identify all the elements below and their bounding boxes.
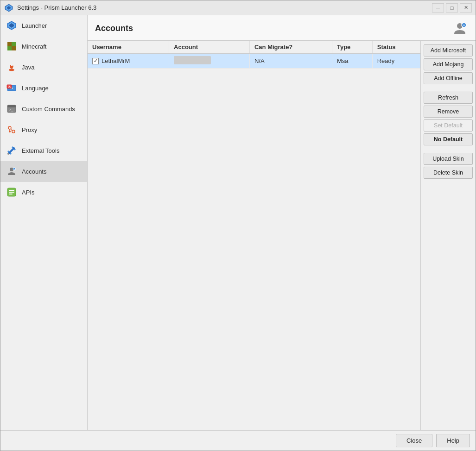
table-row[interactable]: ✓ LethalMrM N/A Msa Ready xyxy=(88,54,420,69)
svg-text:+: + xyxy=(14,168,15,171)
table-actions-area: Username Account Can Migrate? Type Statu… xyxy=(88,41,476,430)
refresh-button[interactable]: Refresh xyxy=(424,92,473,104)
svg-point-20 xyxy=(12,130,15,133)
svg-text:>_: >_ xyxy=(9,108,13,112)
language-icon: A あ xyxy=(6,82,17,94)
svg-point-21 xyxy=(9,131,11,132)
accounts-panel-icon: + xyxy=(451,20,468,37)
col-status: Status xyxy=(372,41,420,54)
cell-status: Ready xyxy=(372,54,420,69)
accounts-table: Username Account Can Migrate? Type Statu… xyxy=(88,41,420,69)
title-bar-controls: ─ □ ✕ xyxy=(432,3,472,13)
no-default-button[interactable]: No Default xyxy=(424,133,473,145)
footer: Close Help xyxy=(0,430,476,451)
panel-title: Accounts xyxy=(95,24,133,33)
svg-rect-7 xyxy=(7,42,12,46)
cell-account xyxy=(169,54,250,69)
title-bar-text: Settings - Prism Launcher 6.3 xyxy=(17,4,432,11)
svg-rect-32 xyxy=(9,194,13,194)
actions-sidebar: Add Microsoft Add Mojang Add Offline Ref… xyxy=(421,41,476,430)
custom-commands-icon: >_ xyxy=(6,103,17,114)
upload-skin-button[interactable]: Upload Skin xyxy=(424,153,473,165)
col-username: Username xyxy=(88,41,169,54)
svg-rect-17 xyxy=(7,105,16,107)
sidebar-label-java: Java xyxy=(22,64,34,71)
actions-separator-2 xyxy=(424,147,473,151)
cell-can-migrate: N/A xyxy=(249,54,332,69)
account-placeholder xyxy=(174,56,211,64)
external-tools-icon xyxy=(6,145,17,156)
java-icon xyxy=(6,62,17,73)
help-button[interactable]: Help xyxy=(436,434,470,447)
title-bar: Settings - Prism Launcher 6.3 ─ □ ✕ xyxy=(0,0,476,15)
sidebar-item-accounts[interactable]: + Accounts xyxy=(0,161,87,182)
sidebar-item-language[interactable]: A あ Language xyxy=(0,78,87,99)
cell-username: ✓ LethalMrM xyxy=(88,54,169,69)
sidebar-item-proxy[interactable]: Proxy xyxy=(0,119,87,140)
delete-skin-button[interactable]: Delete Skin xyxy=(424,167,473,179)
minimize-button[interactable]: ─ xyxy=(432,3,444,13)
sidebar-label-language: Language xyxy=(22,85,49,92)
svg-rect-24 xyxy=(8,147,15,154)
panel-header: Accounts + xyxy=(88,15,476,41)
sidebar-item-minecraft[interactable]: Minecraft xyxy=(0,36,87,57)
svg-rect-9 xyxy=(7,46,12,50)
sidebar-item-apis[interactable]: APIs xyxy=(0,182,87,203)
col-account: Account xyxy=(169,41,250,54)
cell-type: Msa xyxy=(332,54,372,69)
sidebar-label-launcher: Launcher xyxy=(22,22,47,29)
sidebar-item-java[interactable]: Java xyxy=(0,57,87,78)
accounts-table-container: Username Account Can Migrate? Type Statu… xyxy=(88,41,421,430)
launcher-icon xyxy=(6,20,17,31)
main-panel: Accounts + Use xyxy=(88,15,476,430)
close-button[interactable]: Close xyxy=(396,434,432,447)
window: Settings - Prism Launcher 6.3 ─ □ ✕ Laun… xyxy=(0,0,476,451)
sidebar-label-custom-commands: Custom Commands xyxy=(22,106,75,113)
sidebar: Launcher Minecraft xyxy=(0,15,88,430)
maximize-button[interactable]: □ xyxy=(446,3,458,13)
col-can-migrate: Can Migrate? xyxy=(249,41,332,54)
close-window-button[interactable]: ✕ xyxy=(460,3,472,13)
add-mojang-button[interactable]: Add Mojang xyxy=(424,58,473,70)
sidebar-label-external-tools: External Tools xyxy=(22,147,59,154)
sidebar-label-apis: APIs xyxy=(22,189,34,196)
content-area: Launcher Minecraft xyxy=(0,15,476,430)
svg-rect-8 xyxy=(12,46,16,50)
svg-rect-30 xyxy=(9,190,14,191)
add-microsoft-button[interactable]: Add Microsoft xyxy=(424,44,473,56)
proxy-icon xyxy=(6,124,17,135)
minecraft-icon xyxy=(6,41,17,52)
sidebar-item-launcher[interactable]: Launcher xyxy=(0,15,87,36)
sidebar-item-custom-commands[interactable]: >_ Custom Commands xyxy=(0,99,87,119)
set-default-button[interactable]: Set Default xyxy=(424,119,473,132)
actions-separator-1 xyxy=(424,86,473,90)
svg-point-25 xyxy=(7,153,9,155)
sidebar-label-minecraft: Minecraft xyxy=(22,43,46,50)
sidebar-item-external-tools[interactable]: External Tools xyxy=(0,140,87,161)
accounts-icon: + xyxy=(6,166,17,177)
svg-text:+: + xyxy=(463,24,465,27)
svg-point-11 xyxy=(9,69,14,71)
app-icon xyxy=(4,3,13,13)
add-offline-button[interactable]: Add Offline xyxy=(424,72,473,84)
apis-icon xyxy=(6,187,17,198)
sidebar-label-proxy: Proxy xyxy=(22,126,37,133)
account-checked-icon: ✓ xyxy=(92,58,99,64)
col-type: Type xyxy=(332,41,372,54)
username-value: LethalMrM xyxy=(102,57,130,64)
svg-rect-31 xyxy=(9,192,14,193)
svg-rect-10 xyxy=(12,42,16,46)
remove-button[interactable]: Remove xyxy=(424,106,473,118)
sidebar-label-accounts: Accounts xyxy=(22,168,46,175)
svg-text:あ: あ xyxy=(8,85,11,88)
